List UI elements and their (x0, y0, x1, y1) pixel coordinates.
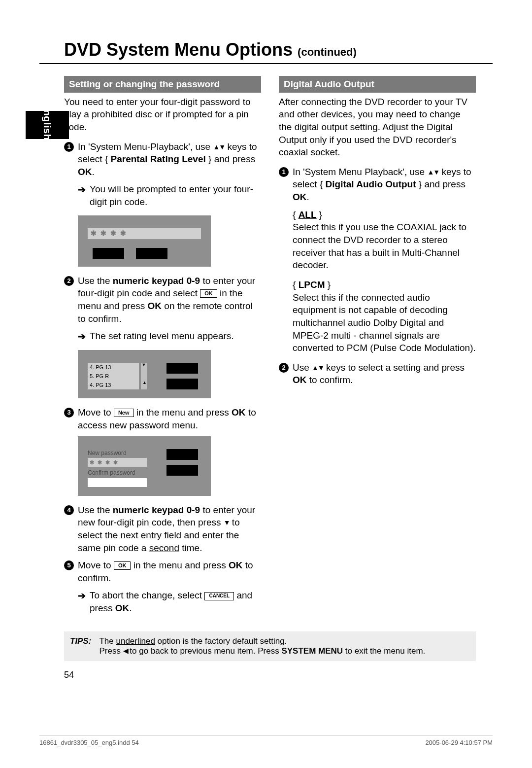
step-5-abort: ➔ To abort the change, select CANCEL and… (78, 589, 261, 614)
list-item: 4. PG 13 (88, 381, 139, 389)
tips-box: TIPS: The underlined option is the facto… (64, 631, 476, 661)
step-text: Use the numeric keypad 0-9 to enter your… (78, 275, 261, 325)
step-3: 3 Move to New in the menu and press OK t… (64, 406, 261, 431)
pin-mask: ✱ ✱ ✱ ✱ (88, 228, 201, 239)
ok-button-icon: OK (200, 289, 217, 298)
option-lpcm: { LPCM } Select this if the connected au… (293, 279, 476, 354)
screenshot-pin-entry: ✱ ✱ ✱ ✱ (78, 215, 211, 267)
ok-button-icon: OK (114, 561, 131, 570)
option-all: { ALL } Select this if you use the COAXI… (293, 209, 476, 272)
step-text: In 'System Menu Playback', use ▲▼ keys t… (293, 166, 476, 204)
language-label: English (41, 103, 53, 140)
step-4: 4 Use the numeric keypad 0-9 to enter yo… (64, 504, 261, 555)
pin-mask: ✱ ✱ ✱ ✱ (88, 458, 147, 467)
title-continued: (continued) (298, 46, 357, 58)
step-2: 2 Use ▲▼ keys to select a setting and pr… (279, 361, 476, 386)
black-button (93, 248, 124, 259)
section-heading-audio: Digital Audio Output (279, 76, 476, 93)
black-button (166, 449, 198, 460)
screenshot-new-password: New password ✱ ✱ ✱ ✱ Confirm password (78, 436, 211, 495)
step-1: 1 In 'System Menu-Playback', use ▲▼ keys… (64, 140, 261, 178)
title-main: DVD System Menu Options (64, 39, 293, 60)
step-1: 1 In 'System Menu Playback', use ▲▼ keys… (279, 166, 476, 204)
step-number-icon: 1 (279, 167, 289, 177)
arrow-icon: ➔ (78, 183, 86, 208)
footer: 16861_dvdr3305_05_eng5.indd 54 2005-06-2… (39, 735, 493, 746)
updown-icon: ▲▼ (312, 364, 324, 372)
page-number: 54 (64, 670, 493, 680)
language-tab: English (26, 111, 69, 139)
step-number-icon: 2 (64, 276, 74, 286)
tips-body: The underlined option is the factory def… (99, 636, 425, 656)
step-number-icon: 3 (64, 408, 74, 418)
title-rule (39, 63, 493, 64)
updown-icon: ▲▼ (213, 143, 225, 151)
left-column: Setting or changing the password You nee… (64, 76, 261, 622)
columns: Setting or changing the password You nee… (64, 76, 493, 622)
screenshot-rating-list: 4. PG 13▼ 5. PG R 4. PG 13▲ (78, 350, 211, 398)
right-column: Digital Audio Output After connecting th… (279, 76, 476, 622)
step-number-icon: 5 (64, 560, 74, 570)
step-text: In 'System Menu-Playback', use ▲▼ keys t… (78, 140, 261, 178)
page-title: DVD System Menu Options (continued) (64, 39, 493, 60)
updown-icon: ▲▼ (427, 168, 439, 176)
black-button (166, 465, 198, 476)
footer-timestamp: 2005-06-29 4:10:57 PM (425, 739, 493, 746)
tips-label: TIPS: (70, 636, 91, 656)
arrow-icon: ➔ (78, 590, 86, 614)
field-label: New password (88, 449, 147, 457)
section-heading-password: Setting or changing the password (64, 76, 261, 93)
list-item: 4. PG 13 (88, 363, 139, 372)
list-item: 5. PG R (88, 372, 139, 381)
down-icon: ▼ (224, 519, 230, 526)
step-5: 5 Move to OK in the menu and press OK to… (64, 559, 261, 584)
step-1-result: ➔ You will be prompted to enter your fou… (78, 183, 261, 208)
manual-page: English DVD System Menu Options (continu… (0, 0, 532, 768)
left-icon: ◀ (123, 647, 128, 655)
new-button-icon: New (114, 409, 134, 417)
cancel-button-icon: CANCEL (204, 592, 234, 600)
step-number-icon: 4 (64, 505, 74, 515)
black-button (166, 379, 198, 389)
step-2-result: ➔ The set rating level menu appears. (78, 330, 261, 343)
step-text: Move to New in the menu and press OK to … (78, 406, 261, 431)
field-label: Confirm password (88, 469, 147, 477)
black-button (166, 363, 198, 374)
step-text: Use ▲▼ keys to select a setting and pres… (293, 361, 476, 386)
step-number-icon: 2 (279, 363, 289, 373)
empty-field (88, 478, 147, 487)
intro-text: You need to enter your four-digit passwo… (64, 96, 261, 134)
footer-filename: 16861_dvdr3305_05_eng5.indd 54 (39, 739, 139, 746)
arrow-icon: ➔ (78, 330, 86, 343)
step-number-icon: 1 (64, 142, 74, 152)
step-text: Move to OK in the menu and press OK to c… (78, 559, 261, 584)
step-text: Use the numeric keypad 0-9 to enter your… (78, 504, 261, 555)
intro-text: After connecting the DVD recorder to you… (279, 96, 476, 159)
step-2: 2 Use the numeric keypad 0-9 to enter yo… (64, 275, 261, 325)
black-button (136, 248, 167, 259)
